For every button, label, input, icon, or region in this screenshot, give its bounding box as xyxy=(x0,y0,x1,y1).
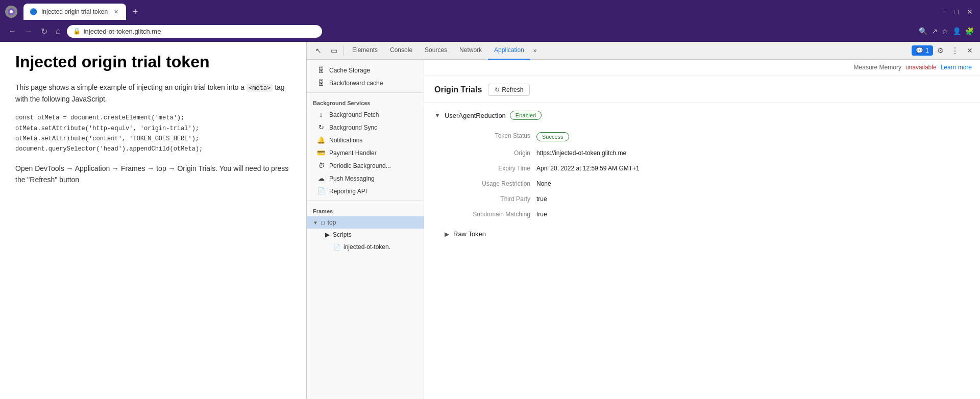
chat-button[interactable]: 💬 1 xyxy=(912,45,933,56)
origin-label: Origin xyxy=(445,145,536,161)
tab-application[interactable]: Application xyxy=(488,42,530,60)
maximize-button[interactable]: □ xyxy=(952,7,961,17)
reporting-api-icon: 📄 xyxy=(317,187,325,195)
chat-count: 1 xyxy=(925,47,929,54)
address-bar: ← → ↻ ⌂ 🔒 injected-ot-token.glitch.me 🔍 … xyxy=(0,20,980,42)
code-line-4: document.querySelector('head').appendChi… xyxy=(15,144,291,154)
share-icon[interactable]: ↗ xyxy=(932,27,938,35)
tab-title: Injected origin trial token xyxy=(41,8,108,15)
expiry-label: Expiry Time xyxy=(445,161,536,176)
reload-button[interactable]: ↻ xyxy=(39,24,50,38)
token-status-badge: Success xyxy=(536,132,569,141)
trial-enabled-badge: Enabled xyxy=(510,111,542,120)
device-tool-icon[interactable]: ▭ xyxy=(326,43,341,58)
sidebar-item-reporting-api[interactable]: 📄 Reporting API xyxy=(307,185,424,197)
origin-trials-header: Origin Trials ↻ Refresh xyxy=(424,76,980,103)
sidebar-item-payment-handler[interactable]: 💳 Payment Handler xyxy=(307,146,424,159)
sidebar-item-push-messaging[interactable]: ☁ Push Messaging xyxy=(307,172,424,185)
intro-paragraph: This page shows a simple example of inje… xyxy=(15,82,291,105)
tab-elements[interactable]: Elements xyxy=(346,42,384,60)
tab-sources[interactable]: Sources xyxy=(419,42,453,60)
raw-token-row: ▶ Raw Token xyxy=(445,226,970,242)
measure-memory-row: Measure Memory unavailable Learn more xyxy=(424,60,980,76)
background-fetch-label: Background Fetch xyxy=(329,111,379,118)
notifications-icon: 🔔 xyxy=(317,136,325,144)
sidebar-item-periodic-background[interactable]: ⏱ Periodic Background... xyxy=(307,159,424,172)
code-line-1: const otMeta = document.createElement('m… xyxy=(15,113,291,123)
periodic-background-icon: ⏱ xyxy=(317,162,325,169)
devtools-body: 🗄 Cache Storage 🗄 Back/forward cache Bac… xyxy=(307,60,980,399)
periodic-background-label: Periodic Background... xyxy=(329,162,391,169)
sidebar-item-back-forward[interactable]: 🗄 Back/forward cache xyxy=(307,77,424,89)
tab-console[interactable]: Console xyxy=(384,42,419,60)
scripts-label: Scripts xyxy=(333,231,352,238)
code-line-3: otMeta.setAttribute('content', 'TOKEN_GO… xyxy=(15,134,291,144)
third-party-value: true xyxy=(536,191,970,207)
background-fetch-icon: ↕ xyxy=(317,111,325,118)
expiry-value: April 20, 2022 at 12:59:59 AM GMT+1 xyxy=(536,161,970,176)
tab-close-button[interactable]: ✕ xyxy=(112,8,120,16)
frame-icon: □ xyxy=(321,219,325,226)
extension-icon[interactable]: 🧩 xyxy=(965,27,974,35)
usage-restriction-value: None xyxy=(536,176,970,191)
origin-trials-title: Origin Trials xyxy=(434,85,482,94)
forward-button[interactable]: → xyxy=(22,24,35,38)
close-button[interactable]: ✕ xyxy=(965,7,975,17)
sidebar-item-injected-ot-token[interactable]: 📄 injected-ot-token. xyxy=(307,241,424,253)
back-button[interactable]: ← xyxy=(6,24,18,38)
devtools-close-button[interactable]: ✕ xyxy=(964,46,976,55)
refresh-label: Refresh xyxy=(502,86,523,93)
learn-more-link[interactable]: Learn more xyxy=(941,64,972,71)
sidebar-item-top-frame[interactable]: ▼ □ top xyxy=(307,216,424,229)
svg-point-1 xyxy=(10,10,13,13)
reporting-api-label: Reporting API xyxy=(329,188,367,195)
top-frame-label: top xyxy=(328,219,336,226)
sidebar-item-cache-storage[interactable]: 🗄 Cache Storage xyxy=(307,64,424,77)
notifications-label: Notifications xyxy=(329,137,362,144)
back-forward-label: Back/forward cache xyxy=(329,80,383,87)
tab-separator xyxy=(344,45,344,56)
unavailable-text: unavailable xyxy=(905,64,937,71)
more-options-button[interactable]: ⋮ xyxy=(948,46,963,56)
background-sync-icon: ↻ xyxy=(317,123,325,131)
more-tabs-button[interactable]: » xyxy=(530,47,540,54)
usage-restriction-label: Usage Restriction xyxy=(445,176,536,191)
home-button[interactable]: ⌂ xyxy=(54,24,63,38)
subdomain-value: true xyxy=(536,207,970,222)
token-status-value: Success xyxy=(536,128,970,145)
token-status-label: Token Status xyxy=(445,128,536,145)
tab-favicon: 🔵 xyxy=(30,8,37,15)
sidebar-item-background-sync[interactable]: ↻ Background Sync xyxy=(307,121,424,134)
minimize-button[interactable]: − xyxy=(940,7,948,17)
main-panel: Measure Memory unavailable Learn more Or… xyxy=(424,60,980,399)
tab-network[interactable]: Network xyxy=(453,42,488,60)
active-tab[interactable]: 🔵 Injected origin trial token ✕ xyxy=(23,4,126,20)
raw-token-expand-icon[interactable]: ▶ xyxy=(445,231,449,238)
trial-expand-icon[interactable]: ▼ xyxy=(434,112,440,119)
code-line-2: otMeta.setAttribute('http-equiv', 'origi… xyxy=(15,123,291,134)
zoom-icon[interactable]: 🔍 xyxy=(919,27,927,35)
settings-button[interactable]: ⚙ xyxy=(934,46,947,55)
devtools-sidebar: 🗄 Cache Storage 🗄 Back/forward cache Bac… xyxy=(307,60,424,399)
trial-name: UserAgentReduction xyxy=(445,112,506,119)
cursor-tool-icon[interactable]: ↖ xyxy=(311,43,326,58)
sidebar-item-notifications[interactable]: 🔔 Notifications xyxy=(307,134,424,146)
profile-icon[interactable]: 👤 xyxy=(952,27,961,35)
sidebar-item-scripts[interactable]: ▶ Scripts xyxy=(307,229,424,241)
background-services-label: Background Services xyxy=(307,96,424,108)
address-input[interactable]: 🔒 injected-ot-token.glitch.me xyxy=(67,25,322,38)
lock-icon: 🔒 xyxy=(73,28,81,35)
sidebar-item-background-fetch[interactable]: ↕ Background Fetch xyxy=(307,108,424,121)
devtools-tabbar: ↖ ▭ Elements Console Sources Network App… xyxy=(307,42,980,60)
refresh-button[interactable]: ↻ Refresh xyxy=(488,84,530,96)
address-text: injected-ot-token.glitch.me xyxy=(84,28,161,35)
chat-icon: 💬 xyxy=(916,47,923,54)
bookmark-icon[interactable]: ☆ xyxy=(942,27,948,35)
payment-handler-icon: 💳 xyxy=(317,149,325,157)
expand-icon: ▼ xyxy=(313,220,318,226)
back-forward-icon: 🗄 xyxy=(317,79,325,87)
cache-storage-icon: 🗄 xyxy=(317,66,325,74)
webpage-content: Injected origin trial token This page sh… xyxy=(0,42,306,399)
new-tab-button[interactable]: + xyxy=(128,5,142,19)
origin-value: https://injected-ot-token.glitch.me xyxy=(536,145,970,161)
